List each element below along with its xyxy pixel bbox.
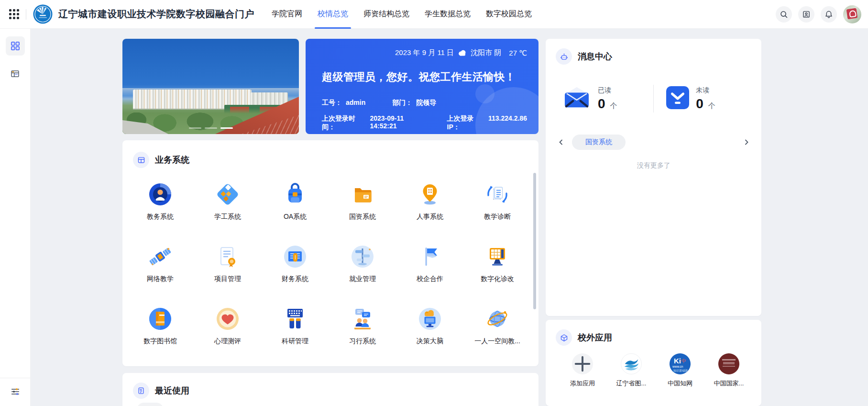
ext-app-item[interactable]: 辽宁省图...	[607, 353, 655, 388]
ext-app-item[interactable]: Ki 中 www.cn 知识基础设 中国知网	[656, 353, 704, 388]
state-assets-system-icon	[349, 181, 376, 208]
app-label: 决策大脑	[417, 337, 443, 346]
waffle-menu-icon[interactable]	[8, 8, 20, 21]
tab-college-website[interactable]: 学院官网	[272, 0, 302, 29]
xixing-system-icon	[349, 305, 376, 332]
recent-used-header: 最近使用	[133, 383, 527, 399]
app-item[interactable]: 就业管理	[336, 243, 389, 283]
school-enterprise-icon	[417, 243, 443, 270]
ext-app-label: 辽宁省图...	[616, 379, 647, 388]
top-nav: 学院官网 校情总览 师资结构总览 学生数据总览 数字校园总览	[272, 0, 532, 29]
app-item[interactable]: 校企合作	[404, 243, 456, 283]
cnki-logo: Ki 中 www.cn 知识基础设	[670, 353, 691, 374]
app-item[interactable]: 教学诊断	[471, 181, 524, 221]
recent-used-title: 最近使用	[155, 385, 189, 396]
app-item[interactable]: 国资系统	[336, 181, 389, 221]
main-column: 2023 年 9 月 11 日 沈阳市 阴 27 ℃ 超级管理员，您好。祝您工作…	[122, 39, 538, 406]
side-column: 消息中心	[546, 39, 761, 406]
avatar[interactable]	[843, 5, 861, 23]
app-item[interactable]: 习行系统	[336, 305, 389, 346]
app-label: 教学诊断	[484, 213, 511, 221]
id-badge-icon[interactable]	[798, 6, 814, 23]
page-title: 辽宁城市建设职业技术学院数字校园融合门户	[58, 8, 254, 21]
cloud-icon	[458, 50, 467, 56]
read-count: 0	[598, 96, 605, 112]
read-envelope-icon	[562, 86, 591, 112]
chevron-left-icon[interactable]	[556, 137, 566, 147]
decision-brain-icon	[417, 305, 443, 332]
academic-affairs-system-icon	[147, 181, 174, 208]
ext-app-label: 添加应用	[570, 379, 595, 388]
recent-item-partial[interactable]	[137, 403, 164, 406]
carousel-dot[interactable]	[205, 127, 217, 129]
liaoning-library-logo	[621, 353, 642, 374]
teaching-diagnosis-icon	[484, 181, 511, 208]
search-icon[interactable]	[776, 6, 792, 23]
app-label: 教务系统	[147, 213, 174, 221]
app-item[interactable]: 心理测评	[201, 305, 254, 346]
app-item[interactable]: 项目管理	[201, 243, 254, 283]
add-app-item[interactable]: 添加应用	[559, 353, 606, 388]
student-affairs-system-icon	[214, 181, 241, 208]
business-card-scrollbar[interactable]	[533, 173, 536, 309]
app-item[interactable]: OA系统	[269, 181, 321, 221]
no-more-text: 没有更多了	[556, 161, 752, 170]
tab-digital-campus[interactable]: 数字校园总览	[486, 0, 532, 29]
external-apps-cube-icon	[556, 329, 572, 346]
bell-icon[interactable]	[821, 6, 837, 23]
message-center-card: 消息中心	[546, 39, 761, 316]
unread-label: 未读	[696, 86, 709, 94]
header-actions	[776, 5, 861, 23]
app-item[interactable]: 科研管理	[269, 305, 321, 346]
business-systems-icon	[133, 152, 149, 168]
app-label: 项目管理	[214, 275, 241, 283]
recent-used-card: 最近使用	[122, 373, 538, 406]
app-label: OA系统	[284, 213, 307, 221]
rail-settings-sliders-icon[interactable]	[6, 382, 25, 401]
banner-login-line: 上次登录时间： 2023-09-11 14:52:21 上次登录IP： 113.…	[322, 114, 527, 132]
business-systems-header: 业务系统	[133, 152, 527, 168]
unread-messages-stat[interactable]: 未读 0 个	[654, 86, 752, 112]
app-item[interactable]: 决策大脑	[404, 305, 456, 346]
carousel-dot-active[interactable]	[220, 127, 233, 129]
app-item[interactable]: 一人一空间教...	[471, 305, 524, 346]
school-logo	[33, 4, 53, 24]
app-item[interactable]: 网络教学	[134, 243, 187, 283]
svg-text:www.cn: www.cn	[672, 365, 683, 368]
app-item[interactable]: 财务系统	[269, 243, 321, 283]
message-center-header: 消息中心	[556, 48, 752, 65]
app-item[interactable]: 数字图书馆	[134, 305, 187, 346]
personal-space-icon	[484, 305, 511, 332]
left-rail	[0, 29, 31, 406]
app-label: 一人一空间教...	[474, 337, 520, 346]
chevron-right-icon[interactable]	[741, 137, 752, 147]
hr-system-icon	[417, 181, 443, 208]
carousel-dot[interactable]	[189, 127, 201, 129]
rail-table-icon[interactable]	[6, 64, 25, 83]
app-label: 校企合作	[417, 275, 443, 283]
business-app-grid: 教务系统 学工系统	[134, 181, 527, 346]
last-login-time-label: 上次登录时间：	[322, 114, 366, 132]
rail-bottom	[0, 378, 30, 406]
banner-city-weather: 沈阳市 阴	[471, 48, 501, 57]
project-management-icon	[214, 243, 241, 270]
ext-app-item[interactable]: 中国国家...	[705, 353, 753, 388]
message-stats: 已读 0 个	[556, 85, 752, 113]
read-messages-stat[interactable]: 已读 0 个	[556, 86, 653, 112]
system-pill[interactable]: 国资系统	[572, 135, 626, 150]
tab-student-data[interactable]: 学生数据总览	[425, 0, 471, 29]
digital-library-icon	[147, 305, 174, 332]
app-item[interactable]: 学工系统	[201, 181, 254, 221]
campus-photo-carousel[interactable]	[122, 39, 299, 134]
content-area: 2023 年 9 月 11 日 沈阳市 阴 27 ℃ 超级管理员，您好。祝您工作…	[31, 29, 868, 406]
employment-management-icon	[349, 243, 376, 270]
tab-school-overview[interactable]: 校情总览	[318, 0, 348, 29]
app-item[interactable]: 人事系统	[404, 181, 456, 221]
app-label: 财务系统	[282, 275, 308, 283]
app-item[interactable]: 教务系统	[134, 181, 187, 221]
app-item[interactable]: 数字化诊改	[471, 243, 524, 283]
tab-faculty-structure[interactable]: 师资结构总览	[363, 0, 409, 29]
dept-label: 部门：	[392, 99, 412, 107]
business-systems-title: 业务系统	[155, 154, 189, 166]
rail-dashboard-grid-icon[interactable]	[6, 36, 25, 56]
